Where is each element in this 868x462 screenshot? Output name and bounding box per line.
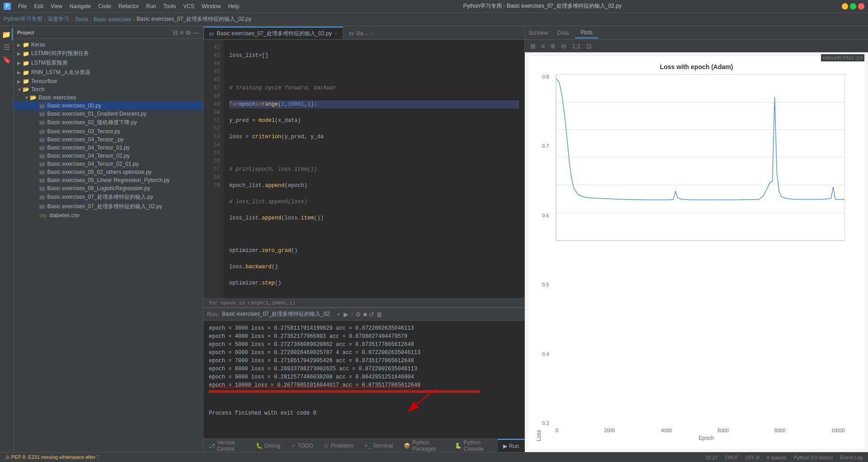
collapse-all-button[interactable]: ⊟ [173, 29, 178, 36]
sciview-tab-data[interactable]: Data [552, 28, 574, 38]
status-encoding[interactable]: UTF-8 [745, 455, 759, 460]
run-settings-button[interactable]: ⚙ [355, 311, 361, 318]
tab-terminal[interactable]: >_ Terminal [359, 439, 398, 453]
y-tick-03: 0.3 [542, 420, 554, 426]
menu-navigate[interactable]: Navigate [66, 2, 94, 10]
tab-file-inactive[interactable]: py Ba... × [343, 27, 379, 39]
run-play-button[interactable]: ▶ [344, 311, 349, 318]
menu-help[interactable]: Help [225, 2, 243, 10]
status-bar: ⚠ PEP 8: E231 missing whitespace after '… [0, 452, 868, 462]
tree-item-file-04b[interactable]: ▶ py Basic exercises_04_Tensor_01.py [14, 144, 203, 152]
structure-panel-icon[interactable]: ☰ [1, 41, 13, 53]
run-close-tab[interactable]: × [337, 311, 340, 317]
tree-item-rnn[interactable]: ▶ 📁 RNN_LSTM_人名分类器 [14, 68, 203, 77]
tree-item-lstm1[interactable]: ▶ 📁 LSTM时间序列预测任务 [14, 49, 203, 58]
sciview-actual-size[interactable]: 1:1 [570, 42, 582, 51]
code-line-53 [229, 230, 519, 238]
tree-item-file-01[interactable]: ▶ py Basic exercises_01_Gradient Descent… [14, 110, 203, 118]
status-warning[interactable]: ⚠ PEP 8: E231 missing whitespace after '… [5, 454, 100, 460]
tree-item-file-03[interactable]: ▶ py Basic exercises_03_Tensor.py [14, 127, 203, 135]
status-indent[interactable]: 4 spaces [767, 455, 787, 460]
hide-button[interactable]: — [193, 29, 199, 36]
menu-code[interactable]: Code [94, 2, 115, 10]
tree-item-basic-label: Basic exercises [38, 94, 76, 101]
breadcrumb-folder1[interactable]: 深度学习 [47, 15, 69, 23]
menu-window[interactable]: Window [198, 2, 225, 10]
tab-python-packages[interactable]: 📦 Python Packages [398, 439, 449, 453]
tree-item-file-04d[interactable]: ▶ py Basic exercises_04_Tensor_02_01.py [14, 160, 203, 168]
tree-item-file-06[interactable]: ▶ py Basic exercises_06_LogisticRegressi… [14, 184, 203, 192]
sciview-tab-plots[interactable]: Plots [575, 28, 598, 38]
code-line-54: optimizer.zero_grad() [229, 247, 519, 255]
finish-line: Process finished with exit code 0 [209, 409, 519, 417]
tree-item-torch-label: Torch [31, 86, 44, 93]
tree-file-07a-label: Basic exercises_07_处理多维特征的输入.py [47, 193, 153, 201]
tree-item-csv[interactable]: ▶ csv diabetes.csv [14, 211, 203, 219]
menu-refactor[interactable]: Refactor [115, 2, 142, 10]
menu-view[interactable]: View [47, 2, 66, 10]
tree-item-basic-exercises[interactable]: ▼ 📂 Basic exercises [14, 93, 203, 102]
tree-item-file-04a[interactable]: ▶ py Basic exercises_04_Tensor_.py [14, 135, 203, 144]
breadcrumb-torch[interactable]: Torch [75, 16, 88, 23]
tab-close-inactive[interactable]: × [370, 31, 373, 36]
maximize-button[interactable] [850, 3, 856, 9]
breadcrumb-file[interactable]: Basic exercises_07_处理多维特征的输入_02.py [137, 15, 251, 23]
tab-debug[interactable]: 🐛 Debug [250, 439, 286, 453]
status-event-log[interactable]: Event Log [840, 455, 863, 460]
tree-item-keras[interactable]: ▶ 📁 Keras [14, 41, 203, 49]
tree-item-file-07b[interactable]: ▶ py Basic exercises_07_处理多维特征的输入_02.py [14, 202, 203, 211]
breadcrumb-basic[interactable]: Basic exercises [94, 16, 131, 23]
code-editor[interactable]: 42 43 44 45 46 47 48 49 50 51 52 53 54 5… [203, 40, 524, 299]
tree-item-file-00[interactable]: ▶ py Basic exercises_00.py [14, 102, 203, 110]
sciview-list-btn[interactable]: ≡ [539, 42, 547, 51]
status-crlf[interactable]: CRLF [725, 455, 738, 460]
sciview-grid-btn[interactable]: ⊞ [528, 42, 538, 51]
chart-inner: 0.3 0.4 0.5 0.6 0.7 0.8 [542, 74, 857, 441]
status-position[interactable]: 15:27 [705, 455, 718, 460]
project-panel-icon[interactable]: 📁 [1, 28, 13, 40]
tree-item-file-02[interactable]: ▶ py Basic exercises_02_随机梯度下降.py [14, 118, 203, 127]
tab-debug-label: Debug [264, 443, 280, 449]
code-line-56: optimizer.step() [229, 279, 519, 287]
bookmarks-panel-icon[interactable]: 🔖 [1, 54, 13, 65]
settings-button[interactable]: ⚙ [185, 29, 191, 36]
code-line-45: for epoch in range(1,10001,1): [229, 100, 519, 108]
tab-problems[interactable]: ⚠ Problems [318, 439, 359, 453]
tab-python-console[interactable]: 🐍 Python Console [449, 439, 497, 453]
tab-todo-label: TODO [297, 443, 313, 449]
tab-version-control[interactable]: ⎇ Version Control [203, 439, 250, 453]
tab-todo[interactable]: ✓ TODO [286, 439, 318, 453]
sciview-zoom-in[interactable]: ⊕ [548, 42, 557, 51]
output-line-4: epoch = 6000 loss = 0.2720028460025787 4… [209, 349, 519, 357]
minimize-button[interactable] [842, 3, 848, 9]
code-content[interactable]: loss_list = [] # training cycle forward,… [224, 40, 524, 299]
run-scroll-up[interactable]: ↑ [350, 311, 354, 318]
status-python[interactable]: Python 3.9 (base) [794, 455, 833, 460]
tab-close-active[interactable]: × [335, 31, 337, 36]
tree-item-torch[interactable]: ▼ 📂 Torch [14, 85, 203, 93]
menu-tools[interactable]: Tools [160, 2, 179, 10]
run-stop-button[interactable]: ■ [363, 311, 367, 318]
menu-vcs[interactable]: VCS [179, 2, 198, 10]
tree-item-file-04c[interactable]: ▶ py Basic exercises_04_Tensor_02.py [14, 152, 203, 160]
tree-item-file-07a[interactable]: ▶ py Basic exercises_07_处理多维特征的输入.py [14, 192, 203, 202]
tree-item-file-05a[interactable]: ▶ py Basic exercises_05_02_others optimi… [14, 168, 203, 176]
tree-item-file-05b[interactable]: ▶ py Basic exercises_05_Linear Regressio… [14, 176, 203, 184]
tab-run[interactable]: ▶ Run [498, 439, 524, 453]
breadcrumb-app[interactable]: Python学习专用 [4, 15, 42, 23]
tab-file-active[interactable]: py Basic exercises_07_处理多维特征的输入_02.py × [203, 27, 343, 39]
run-rerun-button[interactable]: ↺ [369, 311, 374, 318]
sciview-zoom-out[interactable]: ⊖ [559, 42, 568, 51]
menu-edit[interactable]: Edit [30, 2, 47, 10]
expand-button[interactable]: ≡ [180, 29, 184, 36]
menu-file[interactable]: File [14, 2, 30, 10]
x-tick-0: 0 [556, 428, 558, 433]
tree-item-lstm2[interactable]: ▶ 📁 LSTM股票预测 [14, 58, 203, 68]
window-title: Python学习专用 - Basic exercises_07_处理多维特征的输… [243, 2, 842, 10]
tree-item-lstm1-label: LSTM时间序列预测任务 [31, 50, 89, 57]
close-button[interactable] [858, 3, 864, 9]
menu-run[interactable]: Run [142, 2, 160, 10]
run-clear-button[interactable]: 🗑 [376, 311, 382, 318]
tree-item-tensorflow[interactable]: ▶ 📁 Tensorflow [14, 77, 203, 85]
sciview-fit[interactable]: ⊡ [585, 42, 594, 51]
